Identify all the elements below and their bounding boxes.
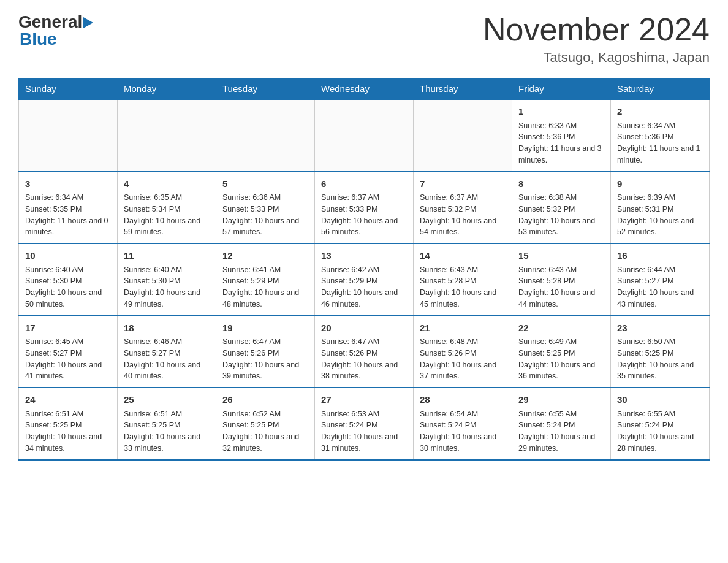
table-row: 20Sunrise: 6:47 AMSunset: 5:26 PMDayligh… [315, 316, 414, 388]
day-info: Sunrise: 6:51 AMSunset: 5:25 PMDaylight:… [124, 408, 210, 454]
day-info: Sunrise: 6:35 AMSunset: 5:34 PMDaylight:… [124, 192, 210, 238]
logo-blue-text: Blue [20, 29, 96, 49]
day-info: Sunrise: 6:34 AMSunset: 5:36 PMDaylight:… [617, 120, 703, 166]
table-row: 8Sunrise: 6:38 AMSunset: 5:32 PMDaylight… [512, 172, 611, 244]
col-wednesday: Wednesday [315, 79, 414, 100]
table-row: 14Sunrise: 6:43 AMSunset: 5:28 PMDayligh… [414, 243, 512, 316]
table-row: 30Sunrise: 6:55 AMSunset: 5:24 PMDayligh… [611, 388, 710, 460]
table-row: 4Sunrise: 6:35 AMSunset: 5:34 PMDaylight… [118, 172, 216, 244]
table-row: 19Sunrise: 6:47 AMSunset: 5:26 PMDayligh… [216, 316, 315, 388]
table-row: 21Sunrise: 6:48 AMSunset: 5:26 PMDayligh… [414, 316, 512, 388]
day-number: 23 [617, 321, 703, 335]
day-number: 19 [222, 321, 308, 335]
day-info: Sunrise: 6:41 AMSunset: 5:29 PMDaylight:… [222, 264, 308, 310]
day-info: Sunrise: 6:54 AMSunset: 5:24 PMDaylight:… [420, 408, 506, 454]
day-number: 15 [518, 249, 604, 263]
table-row: 26Sunrise: 6:52 AMSunset: 5:25 PMDayligh… [216, 388, 315, 460]
day-info: Sunrise: 6:55 AMSunset: 5:24 PMDaylight:… [617, 408, 703, 454]
day-number: 13 [321, 249, 407, 263]
day-number: 21 [420, 321, 506, 335]
day-number: 17 [25, 321, 111, 335]
table-row: 24Sunrise: 6:51 AMSunset: 5:25 PMDayligh… [19, 388, 118, 460]
calendar-header-row: Sunday Monday Tuesday Wednesday Thursday… [19, 79, 710, 100]
calendar-week-row: 24Sunrise: 6:51 AMSunset: 5:25 PMDayligh… [19, 388, 710, 460]
day-info: Sunrise: 6:34 AMSunset: 5:35 PMDaylight:… [25, 192, 111, 238]
table-row: 3Sunrise: 6:34 AMSunset: 5:35 PMDaylight… [19, 172, 118, 244]
day-number: 7 [420, 177, 506, 191]
day-info: Sunrise: 6:52 AMSunset: 5:25 PMDaylight:… [222, 408, 308, 454]
calendar-table: Sunday Monday Tuesday Wednesday Thursday… [18, 78, 710, 461]
table-row: 1Sunrise: 6:33 AMSunset: 5:36 PMDaylight… [512, 99, 611, 172]
day-info: Sunrise: 6:48 AMSunset: 5:26 PMDaylight:… [420, 336, 506, 382]
day-number: 30 [617, 393, 703, 407]
day-info: Sunrise: 6:53 AMSunset: 5:24 PMDaylight:… [321, 408, 407, 454]
day-info: Sunrise: 6:40 AMSunset: 5:30 PMDaylight:… [124, 264, 210, 310]
day-number: 11 [124, 249, 210, 263]
table-row: 7Sunrise: 6:37 AMSunset: 5:32 PMDaylight… [414, 172, 512, 244]
day-number: 10 [25, 249, 111, 263]
table-row [118, 99, 216, 172]
col-saturday: Saturday [611, 79, 710, 100]
day-number: 16 [617, 249, 703, 263]
col-sunday: Sunday [19, 79, 118, 100]
table-row: 11Sunrise: 6:40 AMSunset: 5:30 PMDayligh… [118, 243, 216, 316]
table-row: 12Sunrise: 6:41 AMSunset: 5:29 PMDayligh… [216, 243, 315, 316]
day-number: 8 [518, 177, 604, 191]
col-monday: Monday [118, 79, 216, 100]
table-row [414, 99, 512, 172]
day-info: Sunrise: 6:33 AMSunset: 5:36 PMDaylight:… [518, 120, 604, 166]
day-info: Sunrise: 6:43 AMSunset: 5:28 PMDaylight:… [518, 264, 604, 310]
title-area: November 2024 Tatsugo, Kagoshima, Japan [483, 12, 710, 66]
table-row: 27Sunrise: 6:53 AMSunset: 5:24 PMDayligh… [315, 388, 414, 460]
table-row: 5Sunrise: 6:36 AMSunset: 5:33 PMDaylight… [216, 172, 315, 244]
calendar-week-row: 1Sunrise: 6:33 AMSunset: 5:36 PMDaylight… [19, 99, 710, 172]
day-number: 2 [617, 105, 703, 119]
table-row: 18Sunrise: 6:46 AMSunset: 5:27 PMDayligh… [118, 316, 216, 388]
day-number: 4 [124, 177, 210, 191]
col-thursday: Thursday [414, 79, 512, 100]
day-info: Sunrise: 6:36 AMSunset: 5:33 PMDaylight:… [222, 192, 308, 238]
table-row: 9Sunrise: 6:39 AMSunset: 5:31 PMDaylight… [611, 172, 710, 244]
col-friday: Friday [512, 79, 611, 100]
day-number: 26 [222, 393, 308, 407]
day-info: Sunrise: 6:43 AMSunset: 5:28 PMDaylight:… [420, 264, 506, 310]
calendar-week-row: 17Sunrise: 6:45 AMSunset: 5:27 PMDayligh… [19, 316, 710, 388]
table-row: 28Sunrise: 6:54 AMSunset: 5:24 PMDayligh… [414, 388, 512, 460]
day-info: Sunrise: 6:39 AMSunset: 5:31 PMDaylight:… [617, 192, 703, 238]
table-row: 13Sunrise: 6:42 AMSunset: 5:29 PMDayligh… [315, 243, 414, 316]
day-info: Sunrise: 6:37 AMSunset: 5:32 PMDaylight:… [420, 192, 506, 238]
day-info: Sunrise: 6:55 AMSunset: 5:24 PMDaylight:… [518, 408, 604, 454]
day-number: 6 [321, 177, 407, 191]
day-number: 27 [321, 393, 407, 407]
day-number: 9 [617, 177, 703, 191]
table-row: 22Sunrise: 6:49 AMSunset: 5:25 PMDayligh… [512, 316, 611, 388]
location-title: Tatsugo, Kagoshima, Japan [483, 50, 710, 66]
col-tuesday: Tuesday [216, 79, 315, 100]
day-info: Sunrise: 6:50 AMSunset: 5:25 PMDaylight:… [617, 336, 703, 382]
logo-arrow-icon [83, 16, 96, 29]
day-info: Sunrise: 6:42 AMSunset: 5:29 PMDaylight:… [321, 264, 407, 310]
day-number: 24 [25, 393, 111, 407]
table-row [216, 99, 315, 172]
table-row: 16Sunrise: 6:44 AMSunset: 5:27 PMDayligh… [611, 243, 710, 316]
table-row [19, 99, 118, 172]
table-row: 15Sunrise: 6:43 AMSunset: 5:28 PMDayligh… [512, 243, 611, 316]
table-row: 25Sunrise: 6:51 AMSunset: 5:25 PMDayligh… [118, 388, 216, 460]
table-row: 17Sunrise: 6:45 AMSunset: 5:27 PMDayligh… [19, 316, 118, 388]
day-info: Sunrise: 6:47 AMSunset: 5:26 PMDaylight:… [321, 336, 407, 382]
svg-marker-0 [83, 17, 93, 28]
month-title: November 2024 [483, 12, 710, 47]
day-info: Sunrise: 6:38 AMSunset: 5:32 PMDaylight:… [518, 192, 604, 238]
table-row [315, 99, 414, 172]
day-info: Sunrise: 6:44 AMSunset: 5:27 PMDaylight:… [617, 264, 703, 310]
day-info: Sunrise: 6:47 AMSunset: 5:26 PMDaylight:… [222, 336, 308, 382]
page-header: General Blue November 2024 Tatsugo, Kago… [18, 12, 710, 66]
day-number: 25 [124, 393, 210, 407]
calendar-week-row: 3Sunrise: 6:34 AMSunset: 5:35 PMDaylight… [19, 172, 710, 244]
table-row: 6Sunrise: 6:37 AMSunset: 5:33 PMDaylight… [315, 172, 414, 244]
table-row: 23Sunrise: 6:50 AMSunset: 5:25 PMDayligh… [611, 316, 710, 388]
day-number: 29 [518, 393, 604, 407]
day-info: Sunrise: 6:46 AMSunset: 5:27 PMDaylight:… [124, 336, 210, 382]
table-row: 29Sunrise: 6:55 AMSunset: 5:24 PMDayligh… [512, 388, 611, 460]
day-info: Sunrise: 6:40 AMSunset: 5:30 PMDaylight:… [25, 264, 111, 310]
